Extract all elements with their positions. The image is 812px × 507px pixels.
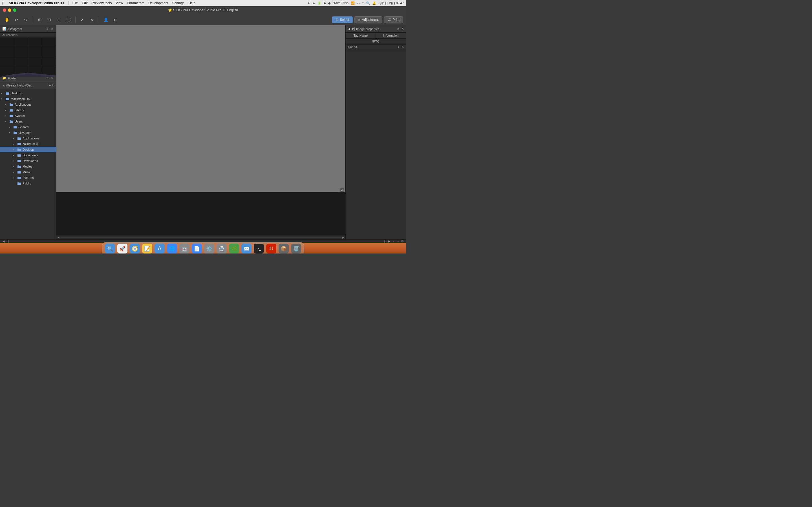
right-panel-left-arrow[interactable]: ◀ (348, 27, 350, 31)
right-panel-expand-icon[interactable]: ▷ (398, 27, 400, 31)
image-preview-top[interactable] (56, 25, 345, 192)
apple-menu[interactable]:  (2, 1, 4, 5)
dual-view-button[interactable]: ⊟ (45, 16, 53, 24)
filmstrip-size-icon[interactable]: ⊡ (401, 240, 403, 243)
tree-arrow-sillyaboy[interactable]: ▾ (9, 131, 13, 134)
tree-item-macintosh_hd[interactable]: ▾Macintosh HD (0, 96, 56, 102)
dock-item-safari[interactable]: 🧭 (129, 244, 140, 253)
scroll-right-icon[interactable]: ▶ (342, 236, 344, 239)
tree-arrow-system[interactable]: ▸ (5, 114, 9, 117)
menu-file[interactable]: File (72, 1, 78, 5)
tree-arrow-applications_root[interactable]: ▸ (5, 103, 9, 106)
histogram-close-icon[interactable]: ✕ (50, 27, 54, 31)
dock-item-notes[interactable]: 📝 (142, 244, 153, 253)
notification-icon[interactable]: 🔔 (372, 1, 376, 5)
dock-item-chrome[interactable]: 🌐 (166, 244, 177, 253)
unedit-action-icon[interactable]: ⊙ (402, 46, 404, 49)
tree-item-sillyaboy[interactable]: ▾sillyaboy (0, 130, 56, 135)
horizontal-scrollbar[interactable] (61, 237, 341, 238)
tree-arrow-documents[interactable]: ▸ (13, 154, 17, 157)
tree-item-library[interactable]: ▸Library (0, 107, 56, 113)
tree-arrow-music[interactable]: ▸ (13, 171, 17, 173)
select-button[interactable]: ⊡ Select (332, 16, 353, 23)
folder-tree[interactable]: ▸Desktop▾Macintosh HD▸Applications▸Libra… (0, 89, 56, 239)
filmstrip-next-item-icon[interactable]: ▷ (384, 240, 387, 243)
menu-settings[interactable]: Settings (172, 1, 185, 5)
menu-parameters[interactable]: Parameters (127, 1, 144, 5)
tree-arrow-users[interactable]: ▾ (5, 120, 9, 123)
right-panel-close-icon[interactable]: ✕ (402, 27, 404, 31)
minimize-button[interactable] (8, 8, 11, 12)
adjustment-button[interactable]: ⧖ Adjustment (354, 16, 382, 23)
tree-item-system[interactable]: ▸System (0, 113, 56, 119)
tree-item-desktop[interactable]: ▸Desktop (0, 91, 56, 96)
tree-item-documents[interactable]: ▸Documents (0, 152, 56, 158)
fullscreen-button[interactable]: ⛶ (64, 16, 72, 24)
menu-development[interactable]: Development (148, 1, 168, 5)
search-icon[interactable]: 🔍 (366, 1, 370, 5)
undo-button[interactable]: ↩ (12, 16, 20, 24)
tree-arrow-library[interactable]: ▸ (5, 109, 9, 112)
tree-item-applications_user[interactable]: ▸Applications (0, 135, 56, 141)
tree-item-users[interactable]: ▾Users (0, 119, 56, 124)
unedit-expand-icon[interactable]: ▼ (397, 46, 400, 48)
tree-arrow-movies[interactable]: ▸ (13, 165, 17, 168)
histogram-menu-icon[interactable]: ≡ (46, 27, 49, 31)
folder-icon-shared (13, 125, 17, 129)
filmstrip-prev-item-icon[interactable]: ◁ (6, 240, 9, 243)
dock-item-systemprefs[interactable]: ⚙️ (204, 244, 215, 253)
cross-button[interactable]: ✕ (88, 16, 96, 24)
path-add-icon[interactable]: ✦ (49, 84, 51, 87)
dock-item-greenshot[interactable]: 🌿 (229, 244, 240, 253)
menu-edit[interactable]: Edit (82, 1, 88, 5)
close-button[interactable] (3, 8, 6, 12)
tree-item-applications_root[interactable]: ▸Applications (0, 102, 56, 107)
tree-item-downloads[interactable]: ▸Downloads (0, 158, 56, 164)
tree-item-music[interactable]: ▸Music (0, 169, 56, 175)
check-button[interactable]: ✓ (79, 16, 86, 24)
tree-arrow-applications_user[interactable]: ▸ (13, 137, 17, 140)
filmstrip-next-icon[interactable]: ▶ (388, 240, 391, 243)
dock-item-trash[interactable]: 🗑️ (290, 244, 302, 253)
path-refresh-icon[interactable]: ↻ (52, 84, 54, 87)
dock-item-googledocs[interactable]: 📄 (191, 244, 202, 253)
print-button[interactable]: 🖨 Print (384, 16, 403, 23)
dock-item-finder[interactable]: 🔍 (104, 244, 116, 253)
hand-tool-button[interactable]: ✋ (3, 16, 11, 24)
tree-item-pictures[interactable]: ▸Pictures (0, 175, 56, 180)
dock-item-printer[interactable]: 🖨️ (216, 244, 227, 253)
app-menu-name[interactable]: SILKYPIX Developer Studio Pro 11 (9, 1, 64, 5)
dock-item-keka[interactable]: 📦 (278, 244, 289, 253)
tree-item-desktop_user[interactable]: ▸Desktop (0, 147, 56, 152)
tree-arrow-desktop_user[interactable]: ▸ (13, 148, 17, 151)
redo-button[interactable]: ↪ (22, 16, 30, 24)
menu-view[interactable]: View (116, 1, 123, 5)
tree-arrow-shared[interactable]: ▸ (9, 126, 13, 128)
tree-arrow-pictures[interactable]: ▸ (13, 176, 17, 179)
tree-arrow-downloads[interactable]: ▸ (13, 159, 17, 162)
menu-preview-tools[interactable]: Preview tools (92, 1, 112, 5)
menu-help[interactable]: Help (188, 1, 195, 5)
tree-arrow-desktop[interactable]: ▸ (1, 92, 5, 95)
filter-button[interactable]: ⊎ (111, 16, 119, 24)
dock-item-terminal[interactable]: >_ (253, 244, 264, 253)
person-button[interactable]: 👤 (102, 16, 110, 24)
filmstrip-prev-icon[interactable]: ◀ (3, 240, 5, 243)
maximize-button[interactable] (13, 8, 16, 12)
tree-item-movies[interactable]: ▸Movies (0, 164, 56, 169)
scroll-left-icon[interactable]: ◀ (57, 236, 59, 239)
dock-item-silkypix[interactable]: 11 (266, 244, 277, 253)
grid-view-button[interactable]: ⊞ (36, 16, 44, 24)
dock-item-automator[interactable]: 🤖 (179, 244, 190, 253)
image-preview-bottom[interactable] (56, 192, 345, 235)
dock-item-launchpad[interactable]: 🚀 (117, 244, 128, 253)
tree-item-calibre[interactable]: ▸calibre 書庫 (0, 141, 56, 147)
tree-item-public[interactable]: Public (0, 180, 56, 186)
path-back-arrow[interactable]: ◀ (2, 83, 5, 88)
tree-arrow-calibre[interactable]: ▸ (13, 143, 17, 145)
dock-item-appstore[interactable]: A (154, 244, 165, 253)
single-view-button[interactable]: □ (55, 16, 63, 24)
dock-item-mail[interactable]: ✉️ (241, 244, 252, 253)
tree-item-shared[interactable]: ▸Shared (0, 124, 56, 130)
tree-arrow-macintosh_hd[interactable]: ▾ (1, 98, 5, 100)
